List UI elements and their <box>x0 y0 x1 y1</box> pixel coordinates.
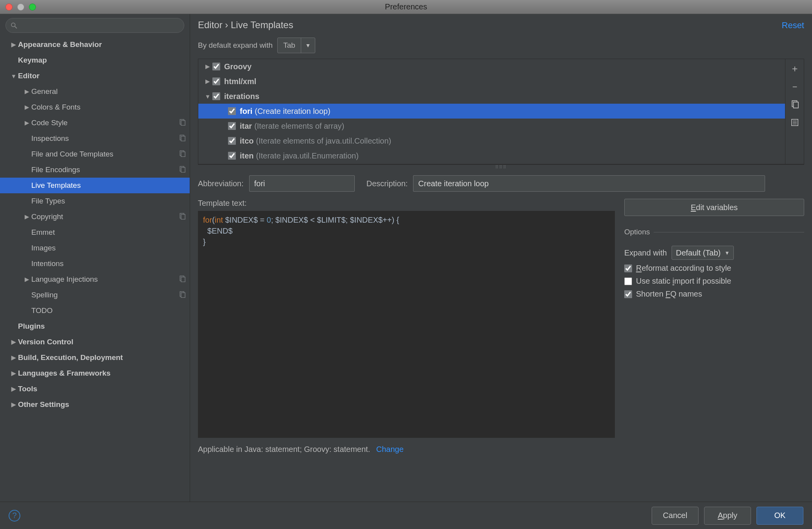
sidebar-item-label: Plugins <box>18 322 190 331</box>
search-input-wrapper[interactable] <box>5 18 184 33</box>
template-enabled-checkbox[interactable] <box>212 92 220 100</box>
chevron-right-icon[interactable]: ▶ <box>23 276 31 283</box>
chevron-right-icon[interactable]: ▶ <box>23 88 31 95</box>
sidebar-item-label: Emmet <box>31 228 190 237</box>
sidebar-item[interactable]: ▶Other Settings <box>0 397 190 412</box>
template-item[interactable]: ▶html/xml <box>198 74 785 89</box>
sidebar-item-label: Other Settings <box>18 400 190 409</box>
project-level-icon <box>176 134 190 143</box>
sidebar-item[interactable]: ▶File Encodings <box>0 162 190 178</box>
sidebar-item[interactable]: ▶Languages & Frameworks <box>0 365 190 381</box>
splitter-handle[interactable]: ⠿⠿⠿ <box>198 164 804 170</box>
change-context-link[interactable]: Change <box>376 445 404 453</box>
chevron-right-icon[interactable]: ▶ <box>9 401 18 408</box>
sidebar-item[interactable]: ▶Live Templates <box>0 178 190 193</box>
chevron-right-icon[interactable]: ▶ <box>9 338 18 345</box>
sidebar-item[interactable]: ▶Keymap <box>0 52 190 68</box>
expand-all-button[interactable] <box>788 115 802 130</box>
template-item[interactable]: ▶itco (Iterate elements of java.util.Col… <box>198 133 785 148</box>
template-enabled-checkbox[interactable] <box>228 152 236 160</box>
ok-button[interactable]: OK <box>756 507 803 525</box>
expand-with-label: Expand with <box>624 248 667 257</box>
chevron-right-icon[interactable]: ▶ <box>23 119 31 126</box>
sidebar-item[interactable]: ▶File and Code Templates <box>0 146 190 162</box>
chevron-right-icon[interactable]: ▶ <box>203 63 212 70</box>
template-enabled-checkbox[interactable] <box>212 63 220 70</box>
template-item[interactable]: ▶Groovy <box>198 59 785 74</box>
chevron-right-icon[interactable]: ▶ <box>9 354 18 361</box>
edit-variables-button[interactable]: Edit variables <box>624 199 804 216</box>
chevron-down-icon[interactable]: ▼ <box>724 250 729 256</box>
sidebar-item[interactable]: ▶File Types <box>0 193 190 209</box>
sidebar-item[interactable]: ▶Colors & Fonts <box>0 99 190 115</box>
templates-toolbar: ＋ － <box>785 59 804 164</box>
default-expand-combobox[interactable]: Tab ▼ <box>277 38 315 53</box>
templates-panel: ▶Groovy▶html/xml▼iterations▶fori (Create… <box>198 59 804 164</box>
sidebar-item[interactable]: ▶Inspections <box>0 131 190 146</box>
sidebar-item-label: Version Control <box>18 338 190 346</box>
chevron-down-icon[interactable]: ▼ <box>301 38 315 53</box>
cancel-button[interactable]: Cancel <box>652 507 699 525</box>
sidebar-item[interactable]: ▶Images <box>0 240 190 256</box>
template-enabled-checkbox[interactable] <box>228 122 236 130</box>
preferences-content: Editor › Live Templates Reset By default… <box>190 14 812 502</box>
template-item[interactable]: ▼iterations <box>198 89 785 104</box>
close-window-button[interactable] <box>5 4 13 11</box>
template-item[interactable]: ▶itar (Iterate elements of array) <box>198 119 785 133</box>
help-button[interactable]: ? <box>9 510 20 522</box>
sidebar-item[interactable]: ▶Copyright <box>0 209 190 225</box>
search-input[interactable] <box>20 21 179 30</box>
sidebar-item[interactable]: ▶Emmet <box>0 225 190 240</box>
project-level-icon <box>176 275 190 284</box>
chevron-right-icon[interactable]: ▶ <box>9 370 18 377</box>
preferences-tree[interactable]: ▶Appearance & Behavior▶Keymap▼Editor▶Gen… <box>0 36 190 502</box>
template-enabled-checkbox[interactable] <box>228 107 236 115</box>
expand-with-combobox[interactable]: Default (Tab) ▼ <box>672 246 734 260</box>
sidebar-item[interactable]: ▶TODO <box>0 303 190 318</box>
sidebar-item[interactable]: ▶Code Style <box>0 115 190 131</box>
remove-template-button[interactable]: － <box>788 79 802 94</box>
static-import-checkbox[interactable] <box>624 277 632 285</box>
sidebar-item[interactable]: ▶Intentions <box>0 256 190 272</box>
chevron-down-icon[interactable]: ▼ <box>203 93 212 100</box>
sidebar-item[interactable]: ▶Build, Execution, Deployment <box>0 350 190 365</box>
chevron-right-icon[interactable]: ▶ <box>9 385 18 392</box>
template-enabled-checkbox[interactable] <box>228 137 236 145</box>
chevron-right-icon[interactable]: ▶ <box>203 78 212 85</box>
template-item[interactable]: ▶iten (Iterate java.util.Enumeration) <box>198 148 785 163</box>
sidebar-item[interactable]: ▶Spelling <box>0 287 190 303</box>
description-input[interactable]: Create iteration loop <box>413 175 765 192</box>
apply-button[interactable]: Apply <box>704 507 751 525</box>
zoom-window-button[interactable] <box>29 4 36 11</box>
svg-rect-5 <box>181 136 185 141</box>
reformat-checkbox[interactable] <box>624 264 632 272</box>
reformat-checkbox-row[interactable]: Reformat according to style <box>624 264 731 273</box>
template-item[interactable]: ▶fori (Create iteration loop) <box>198 104 785 119</box>
reset-link[interactable]: Reset <box>782 20 804 31</box>
template-name: iten <box>240 151 254 160</box>
sidebar-item[interactable]: ▶Appearance & Behavior <box>0 37 190 52</box>
chevron-right-icon[interactable]: ▶ <box>9 41 18 48</box>
abbreviation-input[interactable]: fori <box>249 175 355 192</box>
sidebar-item[interactable]: ▶Plugins <box>0 318 190 334</box>
sidebar-item[interactable]: ▼Editor <box>0 68 190 84</box>
sidebar-item[interactable]: ▶General <box>0 84 190 99</box>
sidebar-item[interactable]: ▶Language Injections <box>0 272 190 287</box>
chevron-down-icon[interactable]: ▼ <box>9 73 18 79</box>
add-template-button[interactable]: ＋ <box>788 61 802 76</box>
shorten-fq-checkbox[interactable] <box>624 290 632 298</box>
chevron-right-icon[interactable]: ▶ <box>23 213 31 220</box>
copy-template-button[interactable] <box>788 97 802 112</box>
project-level-icon <box>176 166 190 175</box>
template-enabled-checkbox[interactable] <box>212 77 220 85</box>
traffic-lights <box>0 4 36 11</box>
static-import-checkbox-row[interactable]: Use static import if possible <box>624 277 731 286</box>
sidebar-item[interactable]: ▶Version Control <box>0 334 190 350</box>
sidebar-item[interactable]: ▶Tools <box>0 381 190 397</box>
shorten-fq-checkbox-row[interactable]: Shorten FQ names <box>624 290 702 299</box>
expand-with-value: Default (Tab) <box>676 248 721 257</box>
chevron-right-icon[interactable]: ▶ <box>23 104 31 111</box>
templates-tree[interactable]: ▶Groovy▶html/xml▼iterations▶fori (Create… <box>198 59 785 164</box>
template-text-editor[interactable]: for(int $INDEX$ = 0; $INDEX$ < $LIMIT$; … <box>198 211 615 438</box>
template-name: html/xml <box>224 77 256 86</box>
